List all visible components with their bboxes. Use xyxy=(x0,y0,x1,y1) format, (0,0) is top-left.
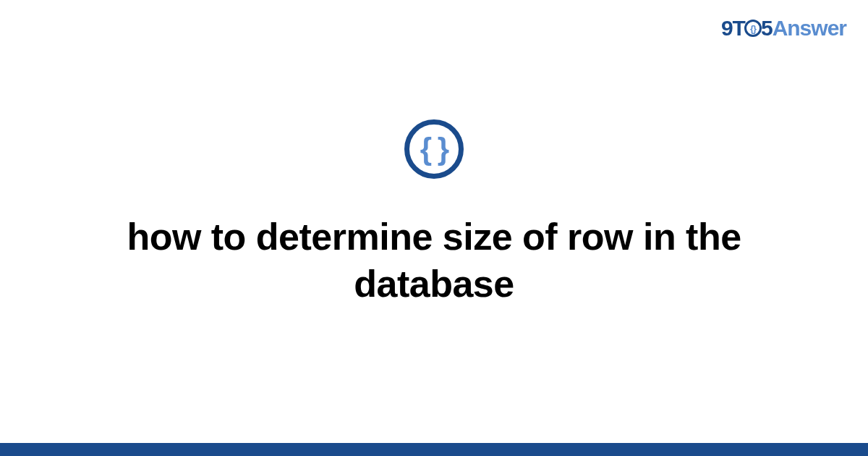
code-braces-icon: { } xyxy=(404,119,464,179)
braces-glyph: { } xyxy=(420,132,448,166)
footer-bar xyxy=(0,443,868,456)
content-wrapper: { } how to determine size of row in the … xyxy=(0,0,868,456)
page-title: how to determine size of row in the data… xyxy=(51,214,817,308)
